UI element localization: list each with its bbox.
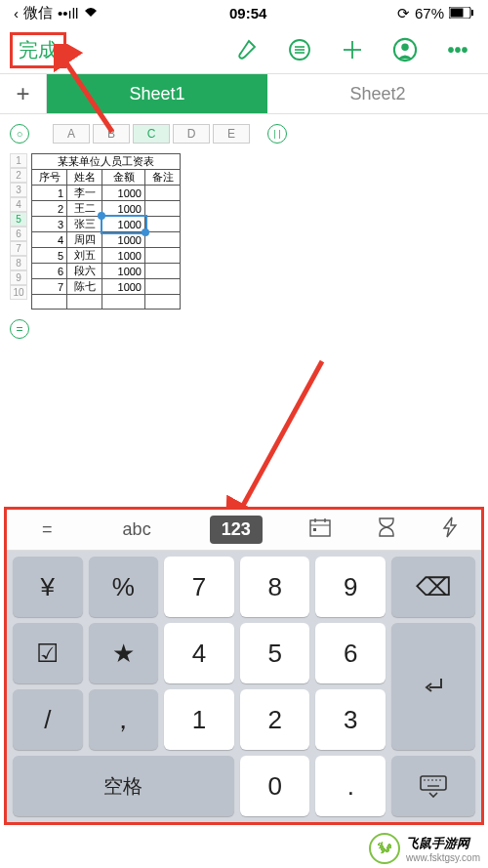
list-icon[interactable] [287, 37, 312, 62]
table-cell[interactable]: 2 [32, 201, 67, 217]
table-cell[interactable]: 王二 [67, 201, 102, 217]
col-header-e[interactable]: E [213, 124, 250, 144]
status-time: 09:54 [229, 5, 266, 21]
selection-handle-icon[interactable] [98, 212, 105, 220]
table-cell[interactable] [145, 201, 181, 217]
keyboard-equals-mode[interactable]: = [30, 516, 64, 544]
col-header-b[interactable]: B [93, 124, 130, 144]
table-cell[interactable]: 陈七 [67, 279, 102, 295]
row-header[interactable]: 9 [10, 270, 27, 285]
row-header[interactable]: 10 [10, 285, 27, 300]
svg-point-10 [401, 44, 408, 51]
keyboard-top-row: = abc 123 [7, 510, 481, 551]
col-header-d[interactable]: D [173, 124, 210, 144]
table-cell[interactable]: 1000 [102, 232, 145, 248]
col-header-a[interactable]: A [53, 124, 90, 144]
key-keyboard-down[interactable] [391, 756, 475, 816]
carrier-label: 微信 [23, 4, 53, 22]
row-header[interactable]: 8 [10, 256, 27, 270]
key-6[interactable]: 6 [315, 623, 386, 683]
key-5[interactable]: 5 [240, 623, 310, 683]
keyboard-123-mode[interactable]: 123 [210, 516, 263, 544]
key-8[interactable]: 8 [240, 557, 310, 617]
table-header[interactable]: 姓名 [67, 170, 102, 186]
selection-handle-icon[interactable] [142, 228, 149, 236]
table-cell[interactable] [145, 248, 181, 264]
table-cell[interactable]: 7 [32, 279, 67, 295]
more-icon[interactable]: ••• [445, 37, 470, 62]
sheet-tab-2[interactable]: Sheet2 [267, 74, 488, 113]
key-3[interactable]: 3 [315, 689, 386, 750]
row-header[interactable]: 7 [10, 241, 27, 256]
table-cell[interactable] [145, 279, 181, 295]
watermark-url: www.fsktgsy.com [406, 852, 480, 863]
table-cell[interactable]: 1000 [102, 279, 145, 295]
key-star[interactable]: ★ [89, 623, 159, 683]
key-9[interactable]: 9 [315, 557, 386, 617]
table-header[interactable]: 序号 [32, 170, 67, 186]
row-header[interactable]: 6 [10, 227, 27, 241]
sheet-tab-1[interactable]: Sheet1 [47, 74, 267, 113]
user-icon[interactable] [392, 37, 418, 62]
keyboard-abc-mode[interactable]: abc [111, 516, 163, 544]
key-comma[interactable]: ， [89, 689, 159, 750]
table-cell[interactable]: 4 [32, 232, 67, 248]
table-cell[interactable]: 周四 [67, 232, 102, 248]
circle-o-button[interactable]: ○ [10, 124, 29, 144]
table-cell[interactable]: 张三 [67, 217, 102, 232]
back-chevron-icon: ‹ [14, 5, 19, 21]
table-cell-selected[interactable]: 1000 [102, 217, 145, 232]
key-4[interactable]: 4 [164, 623, 234, 683]
table-cell[interactable]: 段六 [67, 264, 102, 279]
calendar-icon[interactable] [309, 517, 331, 542]
row-header[interactable]: 1 [10, 153, 27, 168]
row-header[interactable]: 5 [10, 212, 27, 227]
key-slash[interactable]: / [13, 689, 83, 750]
key-1[interactable]: 1 [164, 689, 234, 750]
table-cell[interactable]: 5 [32, 248, 67, 264]
table-cell[interactable]: 3 [32, 217, 67, 232]
table-cell[interactable] [145, 264, 181, 279]
table-area: 1 2 3 4 5 6 7 8 9 10 某某单位人员工资表 序号 姓名 金额 … [10, 153, 478, 310]
table-cell[interactable] [145, 232, 181, 248]
table-cell[interactable] [145, 217, 181, 232]
table-title[interactable]: 某某单位人员工资表 [32, 154, 181, 170]
key-2[interactable]: 2 [240, 689, 310, 750]
key-7[interactable]: 7 [164, 557, 234, 617]
done-button[interactable]: 完成 [10, 32, 66, 68]
key-enter[interactable] [391, 623, 475, 750]
table-cell[interactable]: 刘五 [67, 248, 102, 264]
table-cell[interactable]: 1000 [102, 264, 145, 279]
hourglass-icon[interactable] [378, 517, 395, 543]
circle-pause-button[interactable]: | | [267, 124, 287, 144]
svg-rect-19 [313, 528, 316, 531]
row-header[interactable]: 3 [10, 183, 27, 197]
table-cell[interactable]: 1 [32, 186, 67, 201]
table-header[interactable]: 备注 [145, 170, 181, 186]
table-cell[interactable]: 李一 [67, 186, 102, 201]
status-right: ⟳ 67% [397, 5, 474, 22]
key-checkbox[interactable]: ☑ [13, 623, 83, 683]
data-table[interactable]: 某某单位人员工资表 序号 姓名 金额 备注 1 李一 1000 2 王二 100… [31, 153, 181, 310]
add-sheet-button[interactable]: + [0, 74, 47, 113]
bolt-icon[interactable] [442, 517, 458, 543]
table-cell[interactable]: 1000 [102, 201, 145, 217]
equals-button[interactable]: = [10, 319, 29, 339]
keyboard-container: = abc 123 ¥ % 7 8 9 ⌫ ☑ ★ 4 5 6 / ， 1 2 … [4, 507, 484, 825]
key-percent[interactable]: % [89, 557, 159, 617]
table-cell[interactable]: 1000 [102, 248, 145, 264]
key-backspace[interactable]: ⌫ [391, 557, 475, 617]
key-space[interactable]: 空格 [13, 756, 234, 816]
table-header[interactable]: 金额 [102, 170, 145, 186]
key-dot[interactable]: . [315, 756, 386, 816]
row-header[interactable]: 4 [10, 197, 27, 212]
row-header[interactable]: 2 [10, 168, 27, 183]
key-yen[interactable]: ¥ [13, 557, 83, 617]
table-cell[interactable]: 1000 [102, 186, 145, 201]
brush-icon[interactable] [234, 37, 260, 62]
add-icon[interactable] [340, 37, 365, 62]
table-cell[interactable] [145, 186, 181, 201]
key-0[interactable]: 0 [240, 756, 310, 816]
col-header-c[interactable]: C [133, 124, 170, 144]
table-cell[interactable]: 6 [32, 264, 67, 279]
